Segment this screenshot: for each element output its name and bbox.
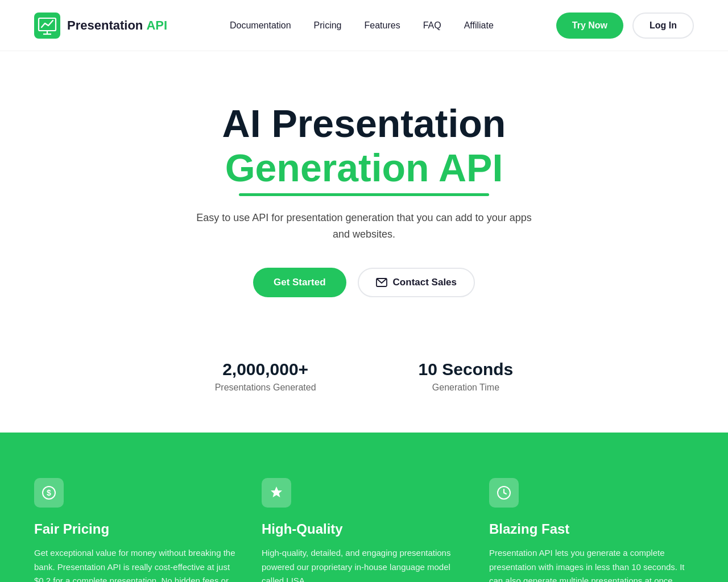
stat-time-number: 10 Seconds bbox=[419, 360, 514, 379]
stat-presentations: 2,000,000+ Presentations Generated bbox=[215, 360, 316, 393]
features-section: $ Fair Pricing Get exceptional value for… bbox=[0, 433, 728, 582]
stat-generation-time: 10 Seconds Generation Time bbox=[419, 360, 514, 393]
stat-presentations-label: Presentations Generated bbox=[215, 383, 316, 393]
high-quality-icon-box bbox=[262, 478, 291, 508]
nav-features[interactable]: Features bbox=[365, 20, 400, 31]
main-nav: Documentation Pricing Features FAQ Affil… bbox=[230, 20, 494, 31]
nav-documentation[interactable]: Documentation bbox=[230, 20, 291, 31]
dollar-sign-icon: $ bbox=[42, 485, 56, 500]
nav-affiliate[interactable]: Affiliate bbox=[464, 20, 494, 31]
logo-text: Presentation API bbox=[67, 18, 167, 33]
feature-fair-pricing-title: Fair Pricing bbox=[34, 521, 239, 537]
hero-buttons: Get Started Contact Sales bbox=[11, 268, 717, 297]
svg-marker-7 bbox=[271, 487, 282, 497]
feature-fair-pricing: $ Fair Pricing Get exceptional value for… bbox=[34, 478, 239, 582]
hero-title-line2: Generation API bbox=[225, 145, 503, 197]
feature-blazing-fast-title: Blazing Fast bbox=[489, 521, 694, 537]
log-in-button[interactable]: Log In bbox=[632, 13, 694, 39]
logo[interactable]: Presentation API bbox=[34, 13, 167, 39]
stats-section: 2,000,000+ Presentations Generated 10 Se… bbox=[0, 331, 728, 433]
feature-blazing-fast: Blazing Fast Presentation API lets you g… bbox=[489, 478, 694, 582]
nav-faq[interactable]: FAQ bbox=[423, 20, 441, 31]
clock-icon bbox=[497, 485, 511, 500]
feature-high-quality-title: High-Quality bbox=[262, 521, 466, 537]
nav-pricing[interactable]: Pricing bbox=[314, 20, 342, 31]
header: Presentation API Documentation Pricing F… bbox=[0, 0, 728, 51]
hero-title-line1: AI Presentation bbox=[222, 102, 506, 145]
hero-subtitle: Easy to use API for presentation generat… bbox=[188, 210, 540, 243]
stat-presentations-number: 2,000,000+ bbox=[215, 360, 316, 379]
svg-line-10 bbox=[504, 493, 506, 494]
feature-high-quality-desc: High-quality, detailed, and engaging pre… bbox=[262, 546, 466, 582]
star-icon bbox=[269, 485, 284, 500]
fair-pricing-icon-box: $ bbox=[34, 478, 64, 508]
contact-sales-button[interactable]: Contact Sales bbox=[358, 268, 475, 297]
stat-time-label: Generation Time bbox=[419, 383, 514, 393]
email-icon bbox=[376, 278, 387, 287]
get-started-button[interactable]: Get Started bbox=[253, 268, 346, 297]
feature-high-quality: High-Quality High-quality, detailed, and… bbox=[262, 478, 466, 582]
blazing-fast-icon-box bbox=[489, 478, 519, 508]
svg-text:$: $ bbox=[47, 488, 51, 497]
try-now-button[interactable]: Try Now bbox=[556, 13, 623, 39]
header-actions: Try Now Log In bbox=[556, 13, 694, 39]
logo-icon bbox=[34, 13, 60, 39]
feature-blazing-fast-desc: Presentation API lets you generate a com… bbox=[489, 546, 694, 582]
hero-title: AI Presentation Generation API bbox=[11, 102, 717, 196]
feature-fair-pricing-desc: Get exceptional value for money without … bbox=[34, 546, 239, 582]
hero-section: AI Presentation Generation API Easy to u… bbox=[0, 51, 728, 331]
